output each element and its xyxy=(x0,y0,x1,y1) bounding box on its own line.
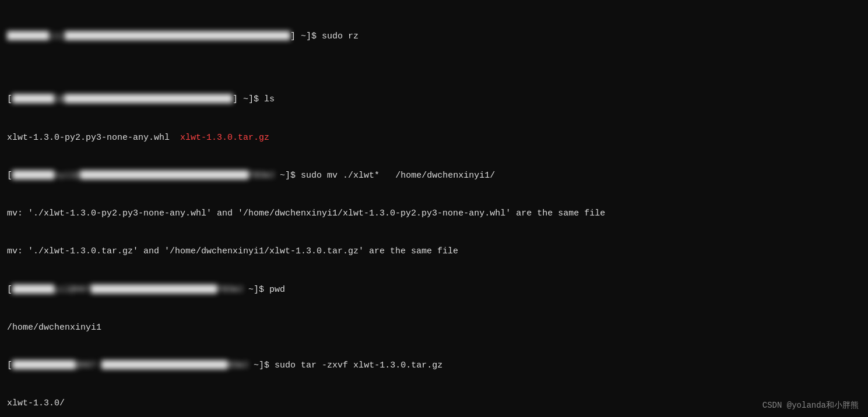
red-filename: xlwt-1.3.0.tar.gz xyxy=(180,133,269,143)
terminal-window: ████████i1(█████████████████████████████… xyxy=(7,5,861,417)
blurred-user-2: ████████l@██████████████████████████████… xyxy=(12,93,233,106)
blurred-user-4: ████████yil@H07████████████████████████F… xyxy=(12,284,243,296)
terminal-line-11: xlwt-1.3.0/ xyxy=(7,397,861,410)
watermark: CSDN @yolanda和小胖熊 xyxy=(762,400,859,411)
terminal-line-7: mv: './xlwt-1.3.0.tar.gz' and '/home/dwc… xyxy=(7,245,861,258)
terminal-line-10: [████████████@H07-██████████████████████… xyxy=(7,359,861,372)
terminal-line-9: /home/dwchenxinyi1 xyxy=(7,321,861,334)
blurred-user-3: ████████nyi1@███████████████████████████… xyxy=(12,169,275,182)
terminal-line-4: xlwt-1.3.0-py2.py3-none-any.whl xlwt-1.3… xyxy=(7,132,861,144)
terminal-line-8: [████████yil@H07████████████████████████… xyxy=(7,284,861,296)
terminal-line-1: ████████i1(█████████████████████████████… xyxy=(7,30,861,43)
terminal-line-6: mv: './xlwt-1.3.0-py2.py3-none-any.whl' … xyxy=(7,207,861,220)
blurred-user-5: ████████████@H07-███████████████████████… xyxy=(12,359,248,372)
terminal-line-3: [████████l@█████████████████████████████… xyxy=(7,93,861,106)
blurred-user-1: ████████i1(█████████████████████████████… xyxy=(7,30,290,43)
terminal-line-5: [████████nyi1@██████████████████████████… xyxy=(7,169,861,182)
